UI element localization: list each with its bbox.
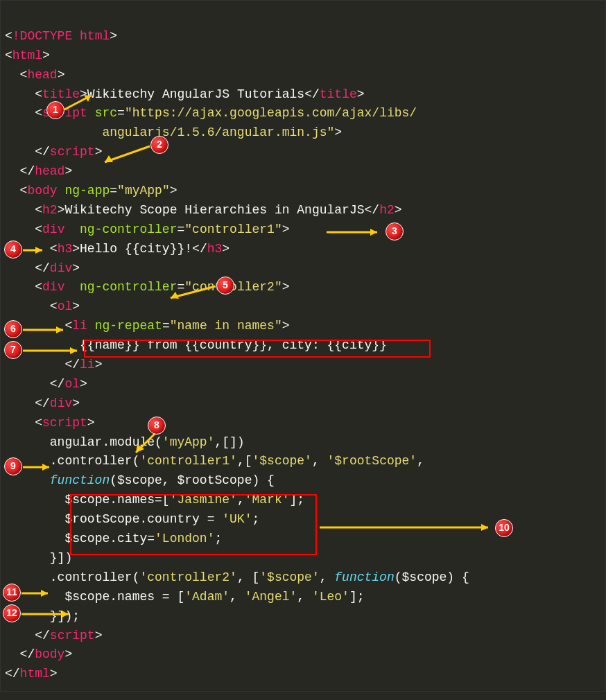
script-src-2: angularjs/1.5.6/angular.min.js" <box>102 125 334 139</box>
doctype: !DOCTYPE html <box>12 29 110 43</box>
ng-app-attr: ng-app <box>64 184 110 198</box>
badge-7: 7 <box>4 341 22 359</box>
badge-2: 2 <box>150 136 168 154</box>
ng-controller-1: ng-controller <box>80 222 177 236</box>
badge-12: 12 <box>3 604 21 622</box>
svg-marker-3 <box>35 247 42 254</box>
svg-marker-6 <box>70 347 77 354</box>
badge-11: 11 <box>3 584 21 602</box>
html-open: html <box>12 49 42 62</box>
svg-marker-9 <box>481 524 488 531</box>
badge-6: 6 <box>4 320 22 338</box>
arrow-2 <box>98 143 153 174</box>
arrow-1 <box>63 92 105 127</box>
arrow-10 <box>318 522 499 543</box>
badge-8: 8 <box>148 417 166 435</box>
svg-marker-2 <box>370 229 377 236</box>
arrow-4 <box>21 245 49 265</box>
title-text: Wikitechy AngularJS Tutorials <box>87 87 304 101</box>
svg-marker-5 <box>56 326 63 333</box>
badge-1: 1 <box>46 101 64 119</box>
script-src-1: "https://ajax.googleapis.com/ajax/libs/ <box>125 106 417 120</box>
ng-controller-2: ng-controller <box>80 280 177 294</box>
head-open: head <box>27 68 57 82</box>
h3-text: Hello {{city}}! <box>80 242 192 256</box>
badge-5: 5 <box>216 277 234 295</box>
arrow-8 <box>129 432 164 466</box>
arrow-7 <box>21 345 84 366</box>
redbox-line17 <box>84 340 431 358</box>
arrow-9 <box>21 462 56 482</box>
svg-marker-11 <box>62 611 69 618</box>
arrow-6 <box>21 324 70 345</box>
arrow-3 <box>325 227 388 247</box>
svg-marker-10 <box>41 590 48 597</box>
html-close: html <box>20 667 50 681</box>
h2-text: Wikitechy Scope Hierarchies in AngularJS <box>64 203 364 217</box>
redbox-scope-block <box>70 494 317 555</box>
badge-10: 10 <box>495 519 513 537</box>
arrow-5 <box>164 283 219 310</box>
ng-repeat-attr: ng-repeat <box>95 319 162 333</box>
badge-3: 3 <box>386 222 404 240</box>
arrow-12 <box>20 609 76 629</box>
svg-marker-8 <box>42 464 49 471</box>
arrow-11 <box>20 588 55 609</box>
badge-9: 9 <box>4 457 22 475</box>
badge-4: 4 <box>4 240 22 259</box>
